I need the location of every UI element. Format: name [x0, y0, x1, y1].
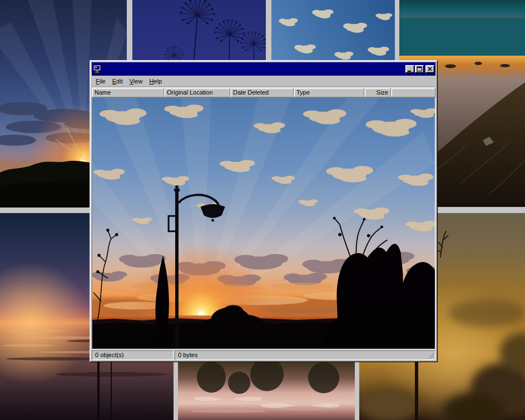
- status-objects: 0 object(s): [92, 350, 174, 360]
- column-headers: Name Original Location Date Deleted Type…: [92, 88, 435, 97]
- column-header-type[interactable]: Type: [294, 88, 364, 97]
- window-controls: [405, 65, 434, 73]
- menu-file[interactable]: File: [92, 77, 109, 86]
- column-header-stub: [391, 88, 435, 97]
- column-header-size[interactable]: Size: [364, 88, 391, 97]
- column-header-original-location[interactable]: Original Location: [164, 88, 230, 97]
- status-bytes: 0 bytes: [175, 350, 435, 360]
- folder-view[interactable]: [92, 97, 435, 349]
- recycle-bin-window: File Edit View Help Name Original Locati…: [90, 60, 438, 362]
- maximize-button[interactable]: [415, 65, 424, 73]
- menu-bar: File Edit View Help: [92, 76, 435, 87]
- desktop: File Edit View Help Name Original Locati…: [0, 0, 525, 420]
- menu-edit[interactable]: Edit: [109, 77, 126, 86]
- column-header-date-deleted[interactable]: Date Deleted: [230, 88, 294, 97]
- minimize-button[interactable]: [405, 65, 414, 73]
- status-bar: 0 object(s) 0 bytes: [92, 350, 435, 360]
- sunset-photo: [92, 98, 435, 349]
- column-header-name[interactable]: Name: [92, 88, 164, 97]
- close-button[interactable]: [425, 65, 434, 73]
- window-titlebar[interactable]: [92, 62, 435, 76]
- menu-help[interactable]: Help: [146, 77, 165, 86]
- resize-grip[interactable]: [428, 352, 435, 359]
- recycle-bin-icon: [93, 65, 102, 73]
- menu-view[interactable]: View: [126, 77, 146, 86]
